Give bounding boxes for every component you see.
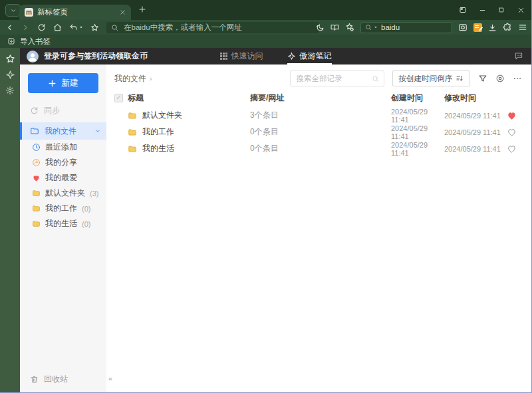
row-title[interactable]: 我的工作: [142, 126, 174, 138]
table-row[interactable]: 我的生活 0个条目 2024/05/29 11:41 2024/05/29 11…: [106, 140, 531, 157]
breadcrumb[interactable]: 我的文件 ›: [114, 73, 152, 84]
trash-icon: [30, 375, 39, 384]
close-icon: [517, 7, 525, 14]
search-icon: [372, 75, 379, 82]
address-input[interactable]: [122, 23, 315, 32]
maximize-button[interactable]: [495, 3, 508, 17]
main-menu-button[interactable]: [518, 23, 527, 32]
sort-button-label: 按创建时间倒序: [399, 74, 453, 84]
chat-bubble-icon: [514, 51, 523, 61]
forward-button[interactable]: [21, 23, 30, 32]
col-modified[interactable]: 修改时间: [444, 92, 501, 104]
row-title[interactable]: 默认文件夹: [142, 110, 182, 121]
col-created[interactable]: 创建时间: [391, 92, 444, 104]
select-all-checkbox[interactable]: ✓: [114, 94, 123, 102]
col-summary: 摘要/网址: [250, 92, 391, 104]
sidebar-item-label: 我的分享: [45, 157, 77, 168]
row-modified: 2024/05/29 11:41: [444, 128, 501, 136]
night-mode-button[interactable]: [316, 23, 325, 32]
row-created: 2024/05/29 11:41: [391, 124, 444, 140]
reload-button[interactable]: [37, 23, 46, 32]
settings-rail-icon[interactable]: [5, 86, 15, 95]
recycle-bin-button[interactable]: 回收站: [30, 374, 68, 385]
new-tab-button[interactable]: [138, 5, 146, 13]
folder-icon: [30, 126, 39, 136]
sync-icon: [30, 106, 39, 115]
my-files-label: 我的文件: [45, 126, 76, 137]
undo-close-tab-button[interactable]: [69, 23, 83, 32]
sidebar-item-my-files[interactable]: 我的文件: [20, 122, 106, 140]
reading-mode-button[interactable]: [331, 23, 339, 32]
minimize-icon: [479, 7, 486, 14]
note-snap-button[interactable]: [473, 23, 482, 32]
breadcrumb-arrow-icon: ›: [150, 75, 152, 82]
collapse-sidebar-button[interactable]: «: [105, 373, 116, 384]
tab-quick-access[interactable]: 快速访问: [220, 48, 263, 65]
quick-search-input[interactable]: [380, 23, 448, 32]
favorite-page-button[interactable]: [90, 23, 99, 32]
close-button[interactable]: [514, 3, 527, 17]
feedback-button[interactable]: [514, 51, 523, 61]
favorite-heart-icon[interactable]: [501, 127, 522, 137]
records-search-input[interactable]: [295, 74, 368, 83]
quick-search-box[interactable]: [360, 22, 452, 33]
table-row[interactable]: 默认文件夹 3个条目 2024/05/29 11:41 2024/05/29 1…: [106, 107, 531, 124]
table-row[interactable]: 我的工作 0个条目 2024/05/29 11:41 2024/05/29 11…: [106, 124, 531, 140]
more-button[interactable]: [513, 74, 522, 83]
sync-button[interactable]: 同步: [20, 103, 106, 118]
sidebar-item-work-folder[interactable]: 我的工作 (0): [20, 201, 106, 216]
sidebar-item-label: 我的工作: [45, 203, 77, 214]
tab-maxthon-notes[interactable]: 傲游笔记: [287, 48, 332, 65]
search-icon: [111, 24, 118, 31]
reload-icon: [37, 23, 46, 32]
sidebar-item-label: 最近添加: [45, 142, 77, 153]
forward-icon: [21, 23, 30, 32]
layout-icon: [459, 6, 467, 14]
back-button[interactable]: [5, 23, 14, 32]
minimize-button[interactable]: [475, 3, 489, 17]
bookmark-manager-button[interactable]: [345, 23, 354, 32]
row-title[interactable]: 我的生活: [142, 143, 174, 154]
favorite-heart-icon[interactable]: [501, 144, 522, 154]
view-settings-button[interactable]: [495, 74, 505, 83]
tab-title: 新标签页: [37, 7, 116, 17]
window-controls: [456, 0, 527, 20]
row-modified: 2024/05/29 11:41: [444, 145, 501, 153]
breadcrumb-label: 我的文件: [114, 73, 146, 84]
favorites-rail-icon[interactable]: [5, 54, 15, 64]
new-note-label: 新建: [61, 77, 78, 89]
screenshot-button[interactable]: [458, 23, 467, 32]
navigation-bar: [0, 20, 531, 35]
star-icon: [90, 23, 99, 32]
import-bookmarks-label: 导入书签: [20, 37, 51, 47]
address-bar[interactable]: [106, 22, 319, 33]
funnel-icon: [478, 74, 487, 83]
notes-rail-icon[interactable]: [5, 70, 15, 80]
home-button[interactable]: [53, 23, 62, 32]
sidebar-item-label: 我的生活: [45, 218, 77, 229]
sidebar-item-recent[interactable]: 最近添加: [20, 140, 106, 155]
notes-app-header: 登录可参与签到活动领取金币 快速访问 傲游笔记: [20, 48, 531, 65]
import-bookmarks-bar[interactable]: 导入书签: [0, 35, 531, 48]
records-search-box[interactable]: [290, 70, 384, 86]
back-icon: [5, 23, 14, 32]
row-summary: 0个条目: [250, 143, 391, 154]
favorite-heart-icon[interactable]: [501, 110, 522, 120]
sidebar-item-favorites[interactable]: 我的最爱: [20, 170, 106, 186]
col-title: 标题: [128, 92, 250, 104]
sort-button[interactable]: 按创建时间倒序: [392, 70, 471, 86]
downloads-button[interactable]: [488, 23, 497, 32]
tab-close-icon[interactable]: [120, 9, 126, 15]
sidebar-item-life-folder[interactable]: 我的生活 (0): [20, 216, 106, 231]
sidebar-item-shares[interactable]: 我的分享: [20, 155, 106, 170]
share-icon: [32, 158, 41, 167]
tab-list-dropdown-button[interactable]: [5, 4, 21, 17]
ellipsis-icon: [513, 74, 522, 83]
browser-tab[interactable]: m 新标签页: [19, 5, 131, 20]
new-note-button[interactable]: 新建: [28, 73, 98, 93]
extensions-button[interactable]: [503, 23, 512, 32]
grid-icon: [220, 53, 227, 60]
boss-key-button[interactable]: [456, 3, 469, 17]
filter-button[interactable]: [478, 74, 487, 83]
sidebar-item-default-folder[interactable]: 默认文件夹 (3): [20, 186, 106, 201]
